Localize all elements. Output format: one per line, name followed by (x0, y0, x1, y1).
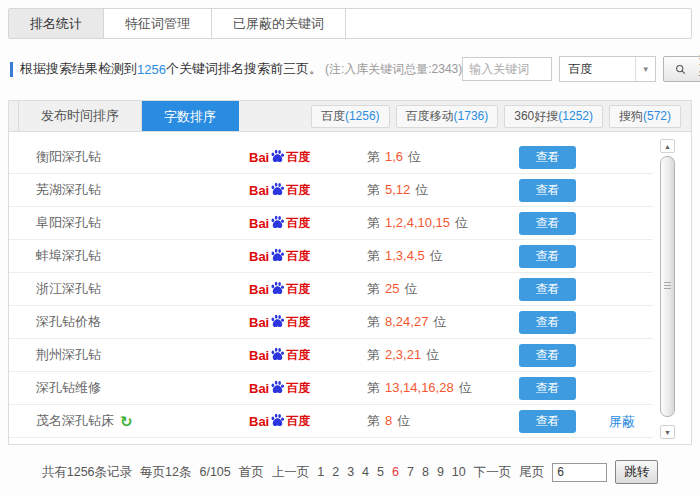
baidu-logo-bai: Bai (249, 414, 269, 429)
rank-cell: 第1,3,4,5位 (367, 247, 519, 265)
baidu-logo-bai: Bai (249, 381, 269, 396)
baidu-logo-du: 百度 (286, 149, 310, 166)
keyword-search-input[interactable] (462, 57, 552, 81)
accent-bar (10, 62, 13, 77)
view-button[interactable]: 查看 (519, 410, 576, 433)
keyword-text: 荆州深孔钻 (36, 346, 101, 364)
baidu-paw-icon (270, 314, 285, 328)
jump-button[interactable]: 跳转 (615, 460, 658, 484)
page-link-1[interactable]: 1 (317, 465, 324, 479)
rank-cell: 第2,3,21位 (367, 346, 519, 364)
baidu-logo-bai: Bai (249, 216, 269, 231)
block-link[interactable]: 屏蔽 (609, 414, 635, 429)
baidu-paw-icon (270, 347, 285, 361)
keyword-cell: 芜湖深孔钻 (9, 181, 249, 199)
tab-feature-word-management[interactable]: 特征词管理 (104, 9, 212, 38)
filter-baidu-pc[interactable]: 百度(1256) (311, 105, 390, 128)
rank-numbers: 1,2,4,10,15 (385, 215, 450, 230)
view-button[interactable]: 查看 (519, 344, 576, 367)
refresh-icon[interactable]: ↻ (120, 414, 133, 429)
table-row: 深孔钻维修Bai百度第13,14,16,28位查看 (9, 372, 653, 405)
baidu-paw-icon (270, 380, 285, 394)
scrollbar-thumb[interactable] (660, 156, 675, 417)
keyword-cell: 深孔钻维修 (9, 379, 249, 397)
engine-filter-bar: 百度(1256)百度移动(1736)360好搜(1252)搜狗(572) (311, 101, 691, 131)
table-row: 浙江深孔钻Bai百度第25位查看 (9, 273, 653, 306)
jump-page-input[interactable] (552, 463, 607, 482)
last-page-link[interactable]: 尾页 (519, 464, 544, 481)
page-link-10[interactable]: 10 (452, 465, 466, 479)
table-row: 衡阳深孔钻Bai百度第1,6位查看 (9, 141, 653, 174)
rank-prefix: 第 (367, 413, 380, 428)
page-link-3[interactable]: 3 (347, 465, 354, 479)
scrollbar-up-icon[interactable]: ▲ (660, 139, 675, 153)
view-button[interactable]: 查看 (519, 179, 576, 202)
keyword-text: 芜湖深孔钻 (36, 181, 101, 199)
scrollbar[interactable]: ▲ ▼ (660, 139, 675, 439)
page-link-6[interactable]: 6 (392, 465, 399, 479)
view-button[interactable]: 查看 (519, 311, 576, 334)
rank-suffix: 位 (415, 182, 428, 197)
block-cell: 屏蔽 (609, 412, 653, 431)
chevron-down-icon[interactable]: ▼ (635, 57, 655, 81)
query-button[interactable]: 查 询 (663, 56, 700, 82)
baidu-paw-icon (270, 248, 285, 262)
view-cell: 查看 (519, 410, 609, 433)
rank-suffix: 位 (430, 248, 443, 263)
page-link-2[interactable]: 2 (332, 465, 339, 479)
keyword-text: 浙江深孔钻 (36, 280, 101, 298)
filter-360-haosou[interactable]: 360好搜(1252) (504, 105, 603, 128)
page-link-8[interactable]: 8 (422, 465, 429, 479)
view-button[interactable]: 查看 (519, 212, 576, 235)
detected-count-link[interactable]: 1256 (137, 62, 166, 77)
view-cell: 查看 (519, 212, 609, 235)
rank-prefix: 第 (367, 380, 380, 395)
baidu-logo: Bai百度 (249, 215, 367, 232)
filter-sogou[interactable]: 搜狗(572) (609, 105, 681, 128)
page-link-7[interactable]: 7 (407, 465, 414, 479)
detection-summary: 根据搜索结果检测到 1256 个关键词排名搜索前三页。 (注:入库关键词总量:2… (10, 60, 462, 78)
view-button[interactable]: 查看 (519, 146, 576, 169)
search-icon (675, 63, 686, 76)
baidu-logo-bai: Bai (249, 348, 269, 363)
rank-cell: 第5,12位 (367, 181, 519, 199)
page-link-9[interactable]: 9 (437, 465, 444, 479)
rank-suffix: 位 (397, 413, 410, 428)
filter-label: 百度移动 (406, 108, 454, 125)
baidu-logo: Bai百度 (249, 182, 367, 199)
page-link-5[interactable]: 5 (377, 465, 384, 479)
filter-label: 搜狗 (619, 108, 643, 125)
baidu-paw-icon (270, 413, 285, 427)
next-page-link[interactable]: 下一页 (474, 464, 512, 481)
rank-cell: 第13,14,16,28位 (367, 379, 519, 397)
engine-select[interactable]: 百度 ▼ (559, 56, 656, 82)
view-button[interactable]: 查看 (519, 245, 576, 268)
prev-page-link[interactable]: 上一页 (272, 464, 310, 481)
tab-ranking-stats[interactable]: 排名统计 (9, 9, 104, 38)
scrollbar-down-icon[interactable]: ▼ (660, 425, 675, 439)
page-link-4[interactable]: 4 (362, 465, 369, 479)
view-button[interactable]: 查看 (519, 377, 576, 400)
view-cell: 查看 (519, 278, 609, 301)
baidu-logo-bai: Bai (249, 282, 269, 297)
tab-blocked-keywords[interactable]: 已屏蔽的关键词 (212, 9, 346, 38)
keyword-cell: 衡阳深孔钻 (9, 148, 249, 166)
filter-baidu-mobile[interactable]: 百度移动(1736) (396, 105, 499, 128)
baidu-logo-bai: Bai (249, 249, 269, 264)
tab-word-count-sort[interactable]: 字数排序 (142, 101, 239, 131)
summary-suffix: 个关键词排名搜索前三页。 (166, 60, 322, 78)
rank-numbers: 1,3,4,5 (385, 248, 425, 263)
keyword-text: 阜阳深孔钻 (36, 214, 101, 232)
keyword-cell: 荆州深孔钻 (9, 346, 249, 364)
view-button[interactable]: 查看 (519, 278, 576, 301)
table-row: 芜湖深孔钻Bai百度第5,12位查看 (9, 174, 653, 207)
first-page-link[interactable]: 首页 (239, 464, 264, 481)
keyword-text: 蚌埠深孔钻 (36, 247, 101, 265)
tab-publish-time-sort[interactable]: 发布时间排序 (18, 101, 142, 131)
table-row: 蚌埠深孔钻Bai百度第1,3,4,5位查看 (9, 240, 653, 273)
records-total: 共有1256条记录 (42, 464, 132, 481)
rank-cell: 第25位 (367, 280, 519, 298)
baidu-paw-icon (270, 281, 285, 295)
rank-suffix: 位 (426, 347, 439, 362)
rank-suffix: 位 (459, 380, 472, 395)
